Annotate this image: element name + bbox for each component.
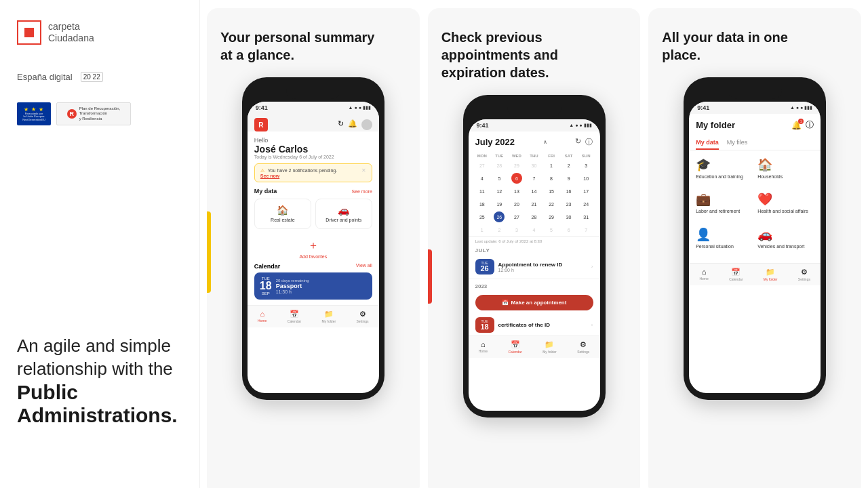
calendar-icon: 📅	[502, 300, 509, 306]
cal-day[interactable]: 20	[511, 199, 522, 209]
status-time-2: 9:41	[477, 122, 489, 129]
event-row-1[interactable]: TUE 26 Appointment to renew ID 12:00 h ›	[469, 255, 600, 279]
make-appointment-btn[interactable]: 📅 Make an appointment	[475, 295, 593, 310]
nav-home-3[interactable]: ⌂ Home	[699, 268, 708, 281]
cal-day[interactable]: 30	[528, 160, 539, 171]
cal-day[interactable]: 6	[564, 224, 574, 235]
cal-day[interactable]: 7	[580, 224, 591, 235]
cal-day[interactable]: 14	[528, 186, 539, 197]
panel1-title: Your personal summaryat a glance.	[220, 28, 406, 64]
refresh-icon-2[interactable]: ↻	[575, 137, 581, 147]
bell-icon[interactable]: 🔔	[348, 119, 357, 130]
cal-day[interactable]: 30	[564, 211, 574, 222]
nav-home-label: Home	[258, 319, 267, 323]
nav-folder-3[interactable]: 📁 My folder	[764, 268, 778, 281]
cal-day[interactable]: 28	[528, 211, 539, 222]
cal-day[interactable]: 24	[580, 199, 591, 209]
cal-day[interactable]: 1	[546, 160, 557, 171]
cal-day[interactable]: 11	[477, 186, 488, 197]
cal-day[interactable]: 25	[477, 211, 488, 222]
cal-day[interactable]: 23	[564, 199, 574, 209]
category-health[interactable]: ❤️ Health and social affairs	[757, 192, 814, 214]
nav-home[interactable]: ⌂ Home	[258, 310, 267, 323]
nav-folder[interactable]: 📁 My folder	[322, 310, 336, 323]
cal-day[interactable]: 12	[494, 186, 505, 197]
month-chevron[interactable]: ∧	[543, 139, 547, 145]
notification-bar[interactable]: ⚠ You have 2 notifications pending. See …	[254, 163, 372, 182]
category-households[interactable]: 🏠 Households	[757, 157, 814, 180]
view-all-link[interactable]: View all	[356, 263, 372, 270]
personal-label: Personal situation	[696, 244, 734, 249]
see-more-link[interactable]: See more	[351, 189, 372, 194]
cal-day[interactable]: 10	[580, 173, 591, 184]
cal-day[interactable]: 4	[528, 224, 539, 235]
phone-screen-1: 9:41 ▲ ● ● ▮▮▮ R ↻ 🔔 Hello José Carlos T…	[248, 102, 379, 393]
cal-day[interactable]: 5	[494, 173, 505, 184]
status-icons-3: ▲ ● ● ▮▮▮	[790, 105, 812, 110]
cal-day[interactable]: 8	[546, 173, 557, 184]
close-notif-icon[interactable]: ✕	[361, 167, 366, 174]
year-badge: 20 22	[81, 72, 103, 82]
category-education[interactable]: 🎓 Education and training	[696, 157, 752, 180]
cal-day[interactable]: 15	[546, 186, 557, 197]
category-labor[interactable]: 💼 Labor and retirement	[696, 192, 752, 214]
cal-day[interactable]: 17	[580, 186, 591, 197]
cal-day[interactable]: 27	[477, 160, 488, 171]
nav-calendar[interactable]: 📅 Calendar	[288, 310, 301, 323]
info-icon[interactable]: ⓘ	[585, 137, 593, 147]
bell-icon-3[interactable]: 🔔 1	[791, 121, 802, 130]
cal-day[interactable]: 4	[477, 173, 488, 184]
tab-mydata[interactable]: My data	[696, 136, 719, 150]
nav-settings-2[interactable]: ⚙ Settings	[577, 340, 589, 354]
cal-day[interactable]: 18	[477, 199, 488, 209]
category-vehicles[interactable]: 🚗 Vehicles and transport	[757, 227, 814, 249]
calendar-event[interactable]: TUE 18 SEP 20 days remaining Passport 11…	[254, 272, 372, 300]
phone-mockup-1: 9:41 ▲ ● ● ▮▮▮ R ↻ 🔔 Hello José Carlos T…	[242, 77, 384, 400]
category-personal[interactable]: 👤 Personal situation	[696, 227, 752, 249]
info-icon-3[interactable]: ⓘ	[806, 119, 814, 131]
folder-nav-icon-2: 📁	[545, 340, 554, 349]
data-item-realestate[interactable]: 🏠 Real estate	[254, 199, 311, 229]
cal-day[interactable]: 22	[546, 199, 557, 209]
add-favorites-btn[interactable]: ＋ Add favorites	[254, 235, 372, 263]
cal-day[interactable]: 7	[528, 173, 539, 184]
cal-day[interactable]: 27	[511, 211, 522, 222]
calendar-nav-icon-3: 📅	[731, 268, 741, 277]
panel-2: Check previousappointments andexpiration…	[428, 8, 641, 488]
cal-day[interactable]: 19	[494, 199, 505, 209]
nav-folder-2[interactable]: 📁 My folder	[542, 340, 557, 354]
cal-day[interactable]: 1	[477, 224, 488, 235]
cal-day[interactable]: 9	[564, 173, 574, 184]
status-bar: 9:41 ▲ ● ● ▮▮▮	[248, 102, 379, 114]
warning-icon: ⚠	[260, 168, 264, 173]
nav-calendar-3[interactable]: 📅 Calendar	[729, 268, 743, 281]
avatar-icon[interactable]	[361, 119, 372, 130]
cal-day[interactable]: 31	[580, 211, 591, 222]
cal-day-selected[interactable]: 26	[494, 211, 505, 222]
nav-calendar-2[interactable]: 📅 Calendar	[508, 340, 521, 354]
mydata-title: My data	[254, 188, 277, 195]
refresh-icon[interactable]: ↻	[338, 119, 344, 130]
cal-day[interactable]: 28	[494, 160, 505, 171]
nav-settings[interactable]: ⚙ Settings	[357, 310, 369, 323]
cal-day[interactable]: 29	[511, 160, 522, 171]
cal-day-today[interactable]: 6	[511, 173, 522, 184]
see-now-link[interactable]: See now	[260, 174, 279, 178]
home-nav-icon-3: ⌂	[702, 268, 707, 276]
cal-day[interactable]: 5	[546, 224, 557, 235]
education-icon: 🎓	[696, 157, 711, 172]
cal-day[interactable]: 3	[580, 160, 591, 171]
cal-day[interactable]: 2	[564, 160, 574, 171]
data-item-driver[interactable]: 🚗 Driver and points	[315, 199, 372, 229]
cal-day[interactable]: 16	[564, 186, 574, 197]
event-row-2[interactable]: TUE 18 certificates of the ID ›	[469, 314, 600, 336]
cal-day[interactable]: 29	[546, 211, 557, 222]
app-header: R ↻ 🔔	[248, 114, 379, 131]
cal-day[interactable]: 21	[528, 199, 539, 209]
nav-settings-3[interactable]: ⚙ Settings	[798, 268, 810, 281]
nav-home-2[interactable]: ⌂ Home	[479, 340, 488, 354]
cal-day[interactable]: 13	[511, 186, 522, 197]
cal-day[interactable]: 2	[494, 224, 505, 235]
cal-day[interactable]: 3	[511, 224, 522, 235]
tab-myfiles[interactable]: My files	[727, 136, 748, 150]
